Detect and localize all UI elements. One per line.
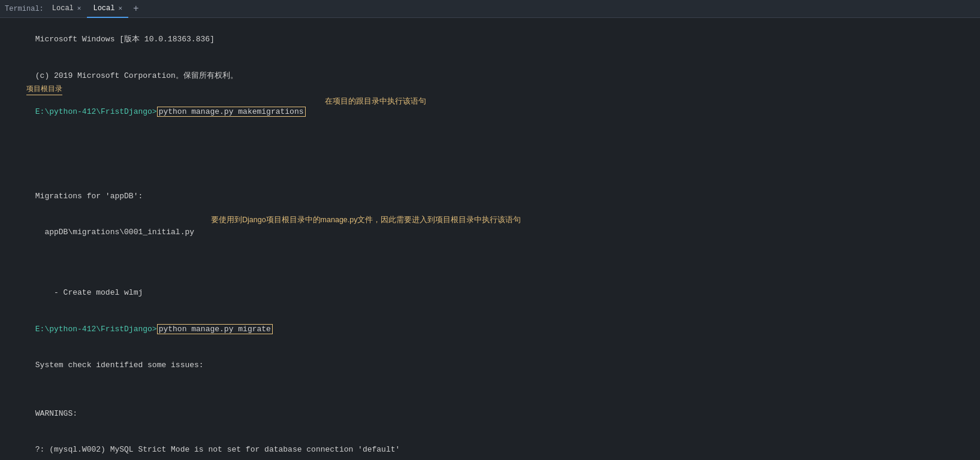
terminal-line-1: Microsoft Windows [版本 10.0.18363.836] (7, 22, 973, 58)
annotation-execute-in-root: 在项目的跟目录中执行该语句 (325, 95, 426, 107)
terminal-line-2: (c) 2019 Microsoft Corporation。保留所有权利。 (7, 58, 973, 93)
terminal-line-blank1 (7, 383, 973, 395)
close-tab-2-icon[interactable]: ✕ (118, 4, 122, 12)
terminal-line-4: Migrations for 'appDB': (7, 178, 973, 214)
terminal-line-warnings: WARNINGS: (7, 395, 973, 431)
app-container: Terminal: Local ✕ Local ✕ + Microsoft Wi… (0, 0, 980, 460)
add-tab-button[interactable]: + (128, 0, 144, 18)
terminal-line-3: E:\python-412\FristDjango>python manage.… (7, 94, 973, 178)
terminal-content: Microsoft Windows [版本 10.0.18363.836] (c… (0, 18, 980, 460)
terminal-line-w002: ?: (mysql.W002) MySQL Strict Mode is not… (7, 432, 973, 460)
tab-local-2[interactable]: Local ✕ (87, 0, 128, 18)
terminal-line-8: System check identified some issues: (7, 347, 973, 383)
makemigrations-command: python manage.py makemigrations (157, 107, 306, 117)
close-tab-1-icon[interactable]: ✕ (77, 4, 82, 12)
annotation-manage-py: 要使用到Django项目根目录中的manage.py文件，因此需要进入到项目根目… (211, 214, 521, 226)
terminal-line-7: E:\python-412\FristDjango>python manage.… (7, 311, 973, 347)
terminal-line-5: appDB\migrations\0001_initial.py 要使用到Dja… (7, 214, 973, 275)
annotation-project-root: 项目根目录 (26, 83, 62, 96)
tab-bar-label: Terminal: (5, 5, 44, 13)
migrate-command: python manage.py migrate (157, 324, 273, 334)
tab-local-1[interactable]: Local ✕ (46, 0, 88, 18)
terminal-line-6: - Create model wlmj (7, 275, 973, 311)
tab-bar: Terminal: Local ✕ Local ✕ + (0, 0, 980, 18)
